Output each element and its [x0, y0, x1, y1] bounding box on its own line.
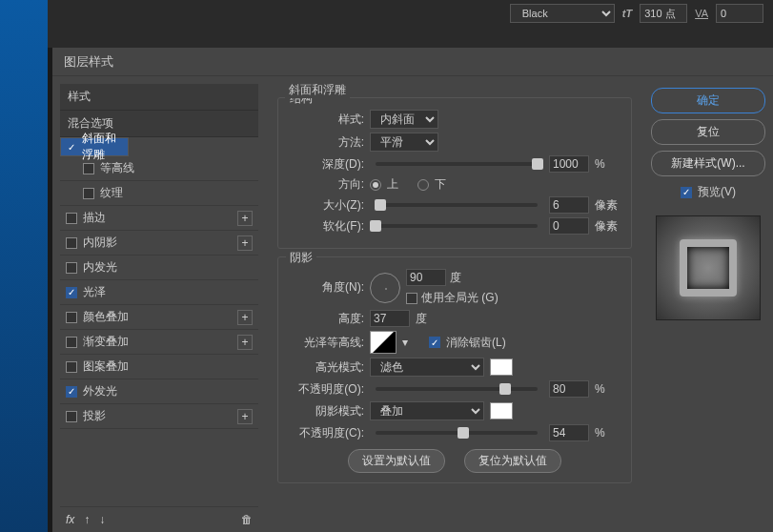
top-color-select[interactable]: Black [510, 4, 615, 23]
add-effect-icon[interactable]: + [237, 310, 253, 325]
style-item-label: 内发光 [83, 259, 117, 276]
shading-legend: 阴影 [286, 250, 316, 266]
preview-label: 预览(V) [698, 184, 736, 200]
style-item-6[interactable]: ✓光泽 [60, 280, 258, 305]
shadow-color-swatch[interactable] [490, 402, 513, 419]
style-checkbox[interactable] [66, 237, 77, 249]
styles-header[interactable]: 样式 [60, 84, 258, 111]
bevel-emboss-panel: 斜面和浮雕 结构 样式: 内斜面 方法: 平滑 深度(D): % [268, 84, 641, 532]
style-item-1[interactable]: 等高线 [60, 156, 258, 181]
style-item-label: 斜面和浮雕 [82, 131, 122, 163]
soften-slider[interactable] [376, 224, 538, 228]
style-item-label: 外发光 [83, 383, 117, 399]
style-checkbox[interactable]: ✓ [67, 141, 76, 153]
add-effect-icon[interactable]: + [237, 335, 253, 350]
px-unit-2: 像素 [595, 218, 621, 235]
style-checkbox[interactable] [66, 262, 77, 274]
style-item-4[interactable]: 内阴影+ [60, 231, 258, 256]
style-item-8[interactable]: 渐变叠加+ [60, 330, 258, 355]
style-item-label: 光泽 [83, 284, 106, 300]
trash-icon[interactable]: 🗑 [241, 513, 253, 526]
depth-input[interactable] [549, 155, 589, 173]
highlight-mode-label: 高光模式: [288, 359, 364, 376]
ok-button[interactable]: 确定 [651, 88, 765, 113]
highlight-opacity-input[interactable] [549, 380, 589, 398]
style-item-3[interactable]: 描边+ [60, 206, 258, 231]
technique-label: 方法: [288, 134, 364, 151]
angle-label: 角度(N): [288, 279, 364, 296]
section-title: 斜面和浮雕 [285, 82, 350, 98]
type-size-icon: tT [622, 8, 632, 19]
style-item-5[interactable]: 内发光 [60, 256, 258, 280]
tracking-input[interactable] [640, 4, 687, 23]
cancel-button[interactable]: 复位 [651, 119, 765, 145]
styles-list-panel: 样式 混合选项 ✓斜面和浮雕等高线纹理描边+内阴影+内发光✓光泽颜色叠加+渐变叠… [60, 84, 258, 532]
highlight-mode-select[interactable]: 滤色 [370, 358, 484, 377]
style-checkbox[interactable]: ✓ [66, 386, 77, 398]
style-item-0[interactable]: ✓斜面和浮雕 [60, 137, 129, 156]
style-item-9[interactable]: 图案叠加 [60, 355, 258, 379]
reset-default-button[interactable]: 复位为默认值 [464, 449, 561, 473]
add-effect-icon[interactable]: + [237, 409, 253, 424]
va-input[interactable] [716, 4, 763, 23]
style-item-11[interactable]: 投影+ [60, 404, 258, 429]
style-item-label: 投影 [83, 408, 106, 424]
depth-label: 深度(D): [288, 156, 364, 173]
direction-up-radio[interactable] [370, 179, 381, 191]
arrow-up-icon[interactable]: ↑ [84, 513, 90, 526]
arrow-down-icon[interactable]: ↓ [99, 513, 105, 526]
shadow-opacity-slider[interactable] [376, 431, 538, 435]
size-input[interactable] [549, 196, 589, 214]
contour-dropdown-icon[interactable]: ▾ [402, 336, 408, 349]
shadow-mode-select[interactable]: 叠加 [370, 401, 484, 420]
va-icon: VA [695, 8, 708, 19]
dialog-title: 图层样式 [52, 48, 773, 76]
add-effect-icon[interactable]: + [237, 235, 253, 251]
style-item-label: 纹理 [100, 185, 123, 201]
shadow-mode-label: 阴影模式: [288, 403, 364, 419]
style-item-label: 渐变叠加 [83, 334, 129, 350]
angle-wheel[interactable] [370, 273, 400, 303]
shadow-opacity-input[interactable] [549, 424, 589, 441]
style-checkbox[interactable] [66, 361, 77, 373]
highlight-opacity-label: 不透明度(O): [288, 381, 364, 398]
size-slider[interactable] [376, 203, 538, 207]
percent-unit: % [595, 157, 621, 171]
style-checkbox[interactable] [66, 213, 77, 224]
highlight-opacity-slider[interactable] [376, 387, 538, 391]
dialog-actions: 确定 复位 新建样式(W)... ✓ 预览(V) [651, 84, 765, 532]
make-default-button[interactable]: 设置为默认值 [348, 449, 445, 473]
preview-checkbox[interactable]: ✓ [681, 187, 692, 198]
global-light-label: 使用全局光 (G) [421, 290, 498, 306]
altitude-input[interactable] [370, 310, 410, 327]
new-style-button[interactable]: 新建样式(W)... [651, 151, 765, 176]
style-item-label: 颜色叠加 [83, 309, 129, 325]
add-effect-icon[interactable]: + [237, 211, 253, 226]
style-checkbox[interactable] [66, 411, 77, 422]
depth-slider[interactable] [376, 162, 538, 166]
style-item-7[interactable]: 颜色叠加+ [60, 305, 258, 330]
style-checkbox[interactable] [66, 337, 77, 348]
fx-icon[interactable]: fx [66, 513, 74, 526]
gloss-contour-picker[interactable] [370, 331, 397, 354]
style-checkbox[interactable] [66, 312, 77, 323]
style-select[interactable]: 内斜面 [370, 110, 438, 129]
highlight-color-swatch[interactable] [490, 358, 513, 376]
soften-input[interactable] [549, 217, 589, 235]
antialias-checkbox[interactable]: ✓ [429, 337, 440, 348]
direction-label: 方向: [288, 176, 364, 193]
style-item-10[interactable]: ✓外发光 [60, 379, 258, 404]
direction-down-radio[interactable] [417, 179, 429, 191]
technique-select[interactable]: 平滑 [370, 133, 438, 152]
style-checkbox[interactable] [83, 188, 94, 199]
style-checkbox[interactable] [83, 163, 94, 174]
altitude-label: 高度: [288, 311, 364, 327]
style-item-label: 描边 [83, 210, 106, 226]
style-preview [656, 215, 761, 320]
style-item-2[interactable]: 纹理 [60, 181, 258, 206]
layer-style-dialog: 图层样式 样式 混合选项 ✓斜面和浮雕等高线纹理描边+内阴影+内发光✓光泽颜色叠… [52, 48, 773, 532]
antialias-label: 消除锯齿(L) [446, 335, 506, 351]
style-checkbox[interactable]: ✓ [66, 287, 77, 298]
global-light-checkbox[interactable] [406, 293, 417, 304]
angle-input[interactable] [406, 269, 446, 286]
